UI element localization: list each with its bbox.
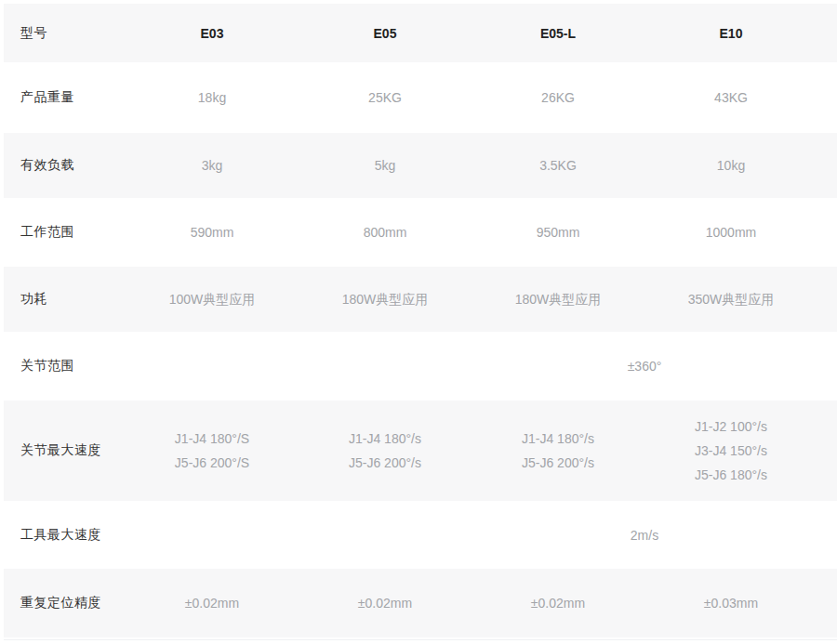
row-max-tool-speed: 工具最大速度 2m/s bbox=[4, 501, 837, 569]
cell-payload-e05l: 3.5KG bbox=[472, 133, 644, 198]
row-payload: 有效负载 3kg 5kg 3.5KG 10kg bbox=[4, 133, 837, 198]
cell-payload-e03: 3kg bbox=[126, 133, 299, 198]
cell-repeatability-e05l: ±0.02mm bbox=[472, 569, 644, 637]
spacer-cell bbox=[817, 62, 837, 133]
joint-speed-line: J1-J4 180°/s bbox=[472, 427, 644, 451]
row-label-power-consumption: 功耗 bbox=[4, 267, 126, 332]
row-label-product-weight: 产品重量 bbox=[4, 62, 126, 133]
bottom-divider bbox=[4, 639, 837, 640]
joint-speed-line: J1-J2 100°/s bbox=[644, 414, 817, 439]
column-header-e05l: E05-L bbox=[472, 4, 644, 62]
empty-cell bbox=[126, 501, 472, 569]
header-label-model: 型号 bbox=[4, 4, 126, 62]
cell-product-weight-e03: 18kg bbox=[126, 62, 299, 133]
row-label-joint-range: 关节范围 bbox=[4, 332, 126, 401]
joint-speed-line: J1-J4 180°/S bbox=[126, 427, 299, 451]
row-joint-range: 关节范围 ±360° bbox=[4, 332, 837, 401]
row-label-payload: 有效负载 bbox=[4, 133, 126, 198]
joint-speed-line: J1-J4 180°/s bbox=[299, 427, 472, 451]
spacer-cell bbox=[817, 133, 837, 198]
joint-speed-line: J5-J6 200°/s bbox=[299, 451, 472, 475]
joint-speed-line: J5-J6 200°/s bbox=[472, 451, 644, 475]
cell-joint-speed-e10: J1-J2 100°/s J3-J4 150°/s J5-J6 180°/s bbox=[644, 401, 817, 501]
row-max-joint-speed: 关节最大速度 J1-J4 180°/S J5-J6 200°/S J1-J4 1… bbox=[4, 401, 837, 501]
empty-cell bbox=[126, 332, 472, 401]
joint-speed-line: J3-J4 150°/s bbox=[644, 439, 817, 463]
cell-product-weight-e05l: 26KG bbox=[472, 62, 644, 133]
spacer-cell bbox=[817, 198, 837, 267]
spacer-cell bbox=[817, 569, 837, 637]
cell-joint-range-shared: ±360° bbox=[472, 332, 817, 401]
row-label-working-range: 工作范围 bbox=[4, 198, 126, 267]
cell-power-e05l: 180W典型应用 bbox=[472, 267, 644, 332]
joint-speed-line: J5-J6 180°/s bbox=[644, 463, 817, 487]
row-label-max-joint-speed: 关节最大速度 bbox=[4, 401, 126, 501]
cell-joint-speed-e05: J1-J4 180°/s J5-J6 200°/s bbox=[299, 401, 472, 501]
joint-speed-line: J5-J6 200°/S bbox=[126, 451, 299, 475]
cell-joint-speed-e03: J1-J4 180°/S J5-J6 200°/S bbox=[126, 401, 299, 501]
cell-product-weight-e10: 43KG bbox=[644, 62, 817, 133]
cell-tool-speed-shared: 2m/s bbox=[472, 501, 817, 569]
cell-working-range-e05: 800mm bbox=[299, 198, 472, 267]
cell-working-range-e05l: 950mm bbox=[472, 198, 644, 267]
column-header-e10: E10 bbox=[644, 4, 817, 62]
cell-power-e05: 180W典型应用 bbox=[299, 267, 472, 332]
spacer-cell bbox=[817, 501, 837, 569]
spacer-cell bbox=[817, 401, 837, 501]
row-repeatability: 重复定位精度 ±0.02mm ±0.02mm ±0.02mm ±0.03mm bbox=[4, 569, 837, 637]
table-header-row: 型号 E03 E05 E05-L E10 bbox=[4, 4, 837, 62]
row-working-range: 工作范围 590mm 800mm 950mm 1000mm bbox=[4, 198, 837, 267]
spacer-cell bbox=[817, 4, 837, 62]
row-label-repeatability: 重复定位精度 bbox=[4, 569, 126, 637]
cell-joint-speed-e05l: J1-J4 180°/s J5-J6 200°/s bbox=[472, 401, 644, 501]
column-header-e05: E05 bbox=[299, 4, 472, 62]
cell-product-weight-e05: 25KG bbox=[299, 62, 472, 133]
column-header-e03: E03 bbox=[126, 4, 299, 62]
cell-payload-e10: 10kg bbox=[644, 133, 817, 198]
cell-working-range-e03: 590mm bbox=[126, 198, 299, 267]
cell-repeatability-e03: ±0.02mm bbox=[126, 569, 299, 637]
cell-repeatability-e10: ±0.03mm bbox=[644, 569, 817, 637]
spec-section: 型号 E03 E05 E05-L E10 产品重量 18kg 25KG 26KG… bbox=[0, 0, 837, 640]
cell-repeatability-e05: ±0.02mm bbox=[299, 569, 472, 637]
cell-power-e10: 350W典型应用 bbox=[644, 267, 817, 332]
cell-payload-e05: 5kg bbox=[299, 133, 472, 198]
row-label-max-tool-speed: 工具最大速度 bbox=[4, 501, 126, 569]
spec-table: 型号 E03 E05 E05-L E10 产品重量 18kg 25KG 26KG… bbox=[4, 4, 837, 637]
row-power-consumption: 功耗 100W典型应用 180W典型应用 180W典型应用 350W典型应用 bbox=[4, 267, 837, 332]
spacer-cell bbox=[817, 332, 837, 401]
spacer-cell bbox=[817, 267, 837, 332]
cell-working-range-e10: 1000mm bbox=[644, 198, 817, 267]
cell-power-e03: 100W典型应用 bbox=[126, 267, 299, 332]
row-product-weight: 产品重量 18kg 25KG 26KG 43KG bbox=[4, 62, 837, 133]
